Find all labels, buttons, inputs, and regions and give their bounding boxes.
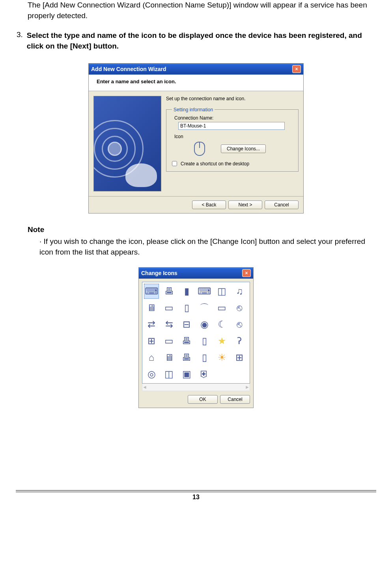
close-icon[interactable]: × — [292, 65, 301, 73]
remote-icon[interactable]: ▯ — [197, 333, 212, 348]
wizard-title-bar: Add New Connection Wizard × — [89, 64, 303, 75]
wizard-footer: < Back Next > Cancel — [89, 196, 303, 213]
step-text: Select the type and name of the icon to … — [27, 30, 368, 51]
camera2-icon[interactable]: ▣ — [179, 367, 194, 382]
note-body: · If you wish to change the icon, please… — [39, 236, 368, 257]
fieldset-legend: Setting information — [172, 107, 215, 112]
close-icon[interactable]: × — [242, 269, 251, 277]
network2-icon[interactable]: ⇆ — [162, 317, 177, 332]
mouse-icon[interactable]: ⌒ — [197, 300, 212, 315]
printer2-icon[interactable]: 🖶 — [179, 333, 194, 348]
scroll-bar[interactable]: ◄ ► — [142, 384, 250, 391]
shortcut-checkbox[interactable] — [172, 161, 177, 166]
wizard-body: Set up the connection name and icon. Set… — [89, 91, 303, 196]
printer-icon[interactable]: 🖶 — [162, 284, 177, 299]
scanner-icon[interactable]: ▭ — [215, 300, 230, 315]
icon-label: Icon — [174, 134, 294, 139]
step-3: 3. Select the type and name of the icon … — [24, 30, 368, 51]
setting-fieldset: Setting information Connection Name: Ico… — [166, 109, 299, 172]
headphones-icon[interactable]: ♫ — [232, 284, 247, 299]
speaker-icon[interactable]: ◫ — [162, 367, 177, 382]
change-icons-window: Change Icons × ⌨ 🖶 ▮ ⌨ ◫ ♫ 🖥 ▭ ▯ ⌒ ▭ ⎋ ⇄… — [138, 267, 254, 408]
icons-grid: ⌨ 🖶 ▮ ⌨ ◫ ♫ 🖥 ▭ ▯ ⌒ ▭ ⎋ ⇄ ⇆ ⊟ ◉ ☾ ⎋ ⊞ ▭ … — [142, 282, 250, 384]
network-icon[interactable]: ⇄ — [144, 317, 159, 332]
wizard-form: Set up the connection name and icon. Set… — [166, 96, 299, 191]
mobile-icon[interactable]: ▯ — [179, 300, 194, 315]
disc-icon[interactable]: ◎ — [144, 367, 159, 382]
pda-icon[interactable]: ◫ — [215, 284, 230, 299]
wizard-subtitle: Enter a name and select an icon. — [89, 75, 303, 91]
shortcut-label: Create a shortcut on the desktop — [181, 161, 249, 167]
hook-icon[interactable]: ʔ — [232, 333, 247, 348]
modem-icon[interactable]: ▭ — [162, 333, 177, 348]
mouse-illustration — [125, 163, 157, 187]
page-footer: 13 — [0, 487, 392, 501]
mouse-icon — [194, 142, 205, 156]
shield-icon[interactable]: ⛨ — [197, 367, 212, 382]
wizard-title: Add New Connection Wizard — [91, 66, 166, 72]
scroll-left-icon[interactable]: ◄ — [142, 384, 147, 390]
cancel-button[interactable]: Cancel — [265, 200, 299, 209]
ok-button[interactable]: OK — [188, 395, 218, 404]
headset-icon[interactable]: ⎋ — [232, 300, 247, 315]
monitor-icon[interactable]: 🖥 — [162, 350, 177, 365]
hub-icon[interactable]: ⊞ — [144, 333, 159, 348]
keyboard-icon[interactable]: ⌨ — [144, 284, 159, 299]
camera-icon[interactable]: ◉ — [197, 317, 212, 332]
printer3-icon[interactable]: 🖶 — [179, 350, 194, 365]
tower-icon[interactable]: ▯ — [197, 350, 212, 365]
intro-text: The [Add New Connection Wizard (Connecti… — [28, 0, 368, 21]
moon-icon[interactable]: ☾ — [215, 317, 230, 332]
icons-title: Change Icons — [141, 270, 177, 276]
sun-icon[interactable]: ☀ — [215, 350, 230, 365]
page-number: 13 — [0, 494, 392, 501]
drive-icon[interactable]: ⊟ — [179, 317, 194, 332]
back-button[interactable]: < Back — [192, 200, 226, 209]
wizard-window: Add New Connection Wizard × Enter a name… — [88, 63, 304, 214]
wireless-pc-icon[interactable]: 🖥 — [144, 300, 159, 315]
change-icons-button[interactable]: Change Icons... — [221, 144, 266, 153]
connection-name-label: Connection Name: — [174, 115, 294, 121]
laptop-icon[interactable]: ▭ — [162, 300, 177, 315]
footer-rule — [16, 490, 376, 492]
connection-name-input[interactable] — [178, 122, 285, 130]
next-button[interactable]: Next > — [228, 200, 262, 209]
note-heading: Note — [28, 225, 368, 234]
fax-icon[interactable]: ⌂ — [144, 350, 159, 365]
cancel-button[interactable]: Cancel — [220, 395, 250, 404]
headset2-icon[interactable]: ⎋ — [232, 317, 247, 332]
scroll-right-icon[interactable]: ► — [245, 384, 250, 390]
keyboard2-icon[interactable]: ⌨ — [197, 284, 212, 299]
star-icon[interactable]: ★ — [215, 333, 230, 348]
icons-title-bar: Change Icons × — [139, 268, 253, 279]
wizard-illustration — [93, 96, 161, 191]
form-instruction: Set up the connection name and icon. — [166, 96, 299, 101]
phone-icon[interactable]: ▮ — [179, 284, 194, 299]
icons-footer: OK Cancel — [139, 391, 253, 408]
step-number: 3. — [17, 30, 23, 51]
device-icon[interactable]: ⊞ — [232, 350, 247, 365]
